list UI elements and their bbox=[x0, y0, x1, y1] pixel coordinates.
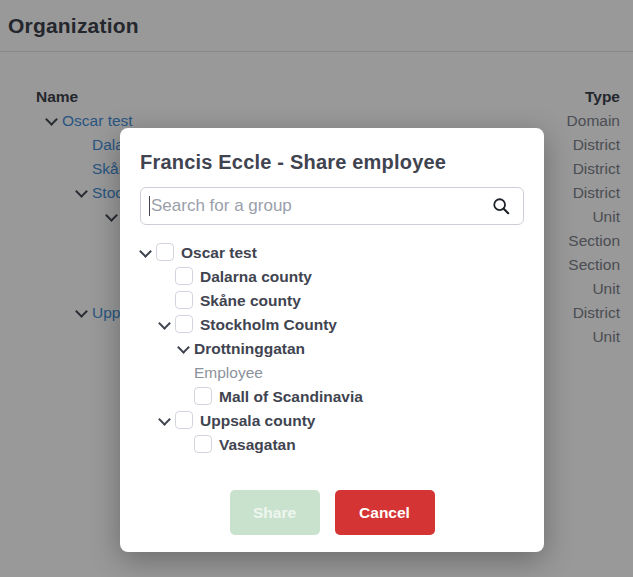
group-search-input[interactable] bbox=[140, 187, 524, 225]
tree-row: Oscar test bbox=[140, 241, 524, 265]
tree-checkbox[interactable] bbox=[175, 291, 193, 309]
chevron-down-icon[interactable] bbox=[160, 409, 175, 433]
tree-row: Mall of Scandinavia bbox=[140, 385, 524, 409]
tree-node-label[interactable]: Uppsala county bbox=[200, 412, 315, 429]
text-cursor bbox=[149, 196, 150, 216]
search-icon[interactable] bbox=[492, 197, 510, 215]
group-search bbox=[140, 187, 524, 225]
share-employee-modal: Francis Eccle - Share employee Oscar tes… bbox=[120, 128, 544, 552]
tree-node-label: Drottninggatan bbox=[194, 340, 305, 357]
chevron-down-icon[interactable] bbox=[141, 241, 156, 265]
tree-row: Skåne county bbox=[140, 289, 524, 313]
tree-node-label: Employee bbox=[194, 364, 263, 381]
tree-checkbox[interactable] bbox=[175, 267, 193, 285]
tree-node-label[interactable]: Stockholm County bbox=[200, 316, 337, 333]
tree-checkbox[interactable] bbox=[194, 387, 212, 405]
modal-title: Francis Eccle - Share employee bbox=[140, 151, 524, 174]
tree-checkbox[interactable] bbox=[156, 243, 174, 261]
tree-row: Stockholm County bbox=[140, 313, 524, 337]
group-tree: Oscar testDalarna countySkåne countyStoc… bbox=[140, 241, 524, 457]
tree-row: Employee bbox=[140, 361, 524, 385]
chevron-down-icon[interactable] bbox=[160, 313, 175, 337]
tree-node-label[interactable]: Skåne county bbox=[200, 292, 301, 309]
tree-row: Uppsala county bbox=[140, 409, 524, 433]
tree-row: Vasagatan bbox=[140, 433, 524, 457]
tree-checkbox[interactable] bbox=[194, 435, 212, 453]
organization-page: Organization Name Type Oscar testDomainD… bbox=[0, 0, 633, 577]
chevron-down-icon bbox=[160, 265, 175, 289]
tree-checkbox[interactable] bbox=[175, 315, 193, 333]
tree-checkbox[interactable] bbox=[175, 411, 193, 429]
modal-button-row: Share Cancel bbox=[140, 490, 524, 535]
tree-row: Drottninggatan bbox=[140, 337, 524, 361]
cancel-button[interactable]: Cancel bbox=[335, 490, 435, 535]
tree-node-label[interactable]: Oscar test bbox=[181, 244, 257, 261]
share-button[interactable]: Share bbox=[230, 490, 320, 535]
chevron-down-icon bbox=[179, 361, 194, 385]
tree-node-label[interactable]: Dalarna county bbox=[200, 268, 312, 285]
tree-node-label[interactable]: Mall of Scandinavia bbox=[219, 388, 363, 405]
chevron-down-icon bbox=[179, 385, 194, 409]
tree-row: Dalarna county bbox=[140, 265, 524, 289]
chevron-down-icon bbox=[160, 289, 175, 313]
chevron-down-icon bbox=[179, 433, 194, 457]
tree-node-label[interactable]: Vasagatan bbox=[219, 436, 296, 453]
chevron-down-icon[interactable] bbox=[179, 337, 194, 361]
